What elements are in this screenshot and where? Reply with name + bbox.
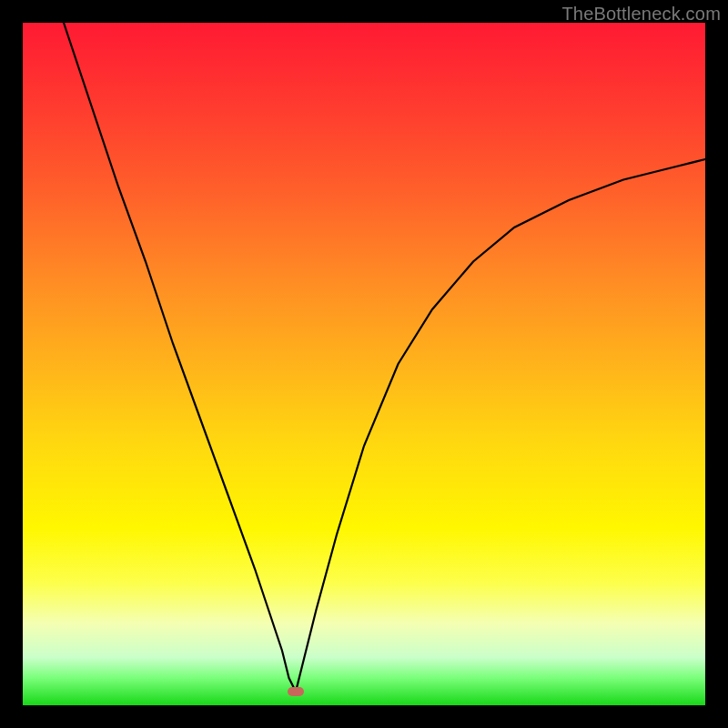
- chart-curve-right: [296, 159, 705, 692]
- chart-frame: TheBottleneck.com: [0, 0, 728, 728]
- chart-curve-left: [64, 23, 296, 692]
- chart-svg: [23, 23, 705, 705]
- optimum-marker: [288, 687, 304, 696]
- watermark-text: TheBottleneck.com: [561, 4, 721, 25]
- chart-plot-area: [23, 23, 705, 705]
